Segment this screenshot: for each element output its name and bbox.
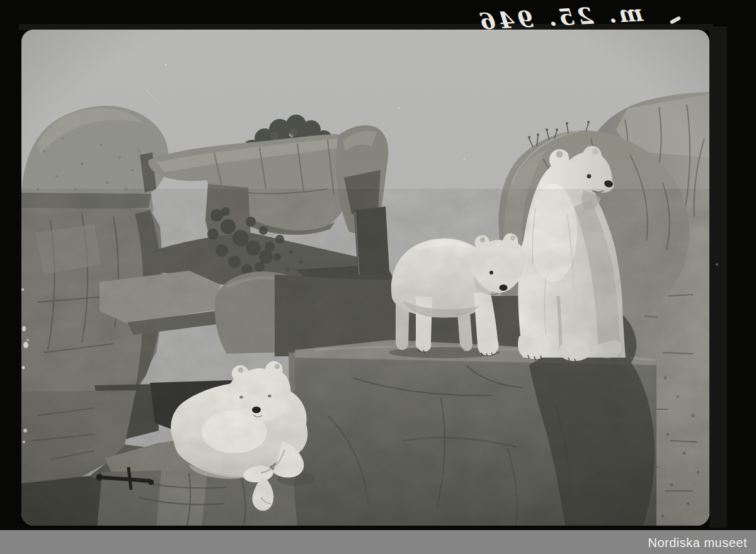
- watermark-bar-bg: [0, 530, 756, 554]
- watermark-text: Nordiska museet: [648, 536, 747, 550]
- film-edge-right: [709, 26, 727, 528]
- photograph: [21, 30, 709, 529]
- frame-speck: [716, 263, 718, 266]
- scene-svg: m. 25. 946 Nordiska museet: [0, 0, 756, 554]
- watermark-bar: Nordiska museet: [0, 530, 756, 554]
- archival-photo-scan: m. 25. 946 Nordiska museet: [0, 0, 756, 554]
- film-grain: [21, 30, 709, 526]
